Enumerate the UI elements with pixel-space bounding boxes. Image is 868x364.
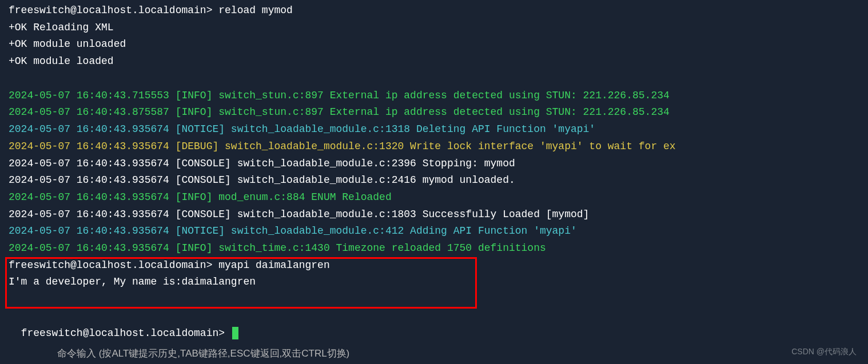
terminal-line-notice: 2024-05-07 16:40:43.935674 [NOTICE] swit…: [9, 121, 859, 138]
footer-hint: 命令输入 (按ALT键提示历史,TAB键路径,ESC键返回,双击CTRL切换): [46, 343, 868, 364]
terminal-line-console: 2024-05-07 16:40:43.935674 [CONSOLE] swi…: [9, 155, 859, 173]
terminal-line-output: +OK module unloaded: [9, 36, 859, 53]
watermark-text: CSDN @代码浪人: [791, 345, 857, 358]
prompt-text: freeswitch@localhost.localdomain>: [21, 327, 231, 339]
terminal-line-info: 2024-05-07 16:40:43.875587 [INFO] switch…: [9, 104, 859, 121]
current-prompt-line[interactable]: freeswitch@localhost.localdomain>: [9, 308, 859, 342]
terminal-line-output: I'm a developer, My name is:daimalangren: [9, 274, 859, 291]
terminal-line-console: 2024-05-07 16:40:43.935674 [CONSOLE] swi…: [9, 172, 859, 189]
terminal-line-debug: 2024-05-07 16:40:43.935674 [DEBUG] switc…: [9, 138, 859, 155]
terminal-line-notice: 2024-05-07 16:40:43.935674 [NOTICE] swit…: [9, 223, 859, 240]
terminal-line-output: +OK module loaded: [9, 53, 859, 70]
terminal-line-console: 2024-05-07 16:40:43.935674 [CONSOLE] swi…: [9, 206, 859, 223]
terminal-line-command: freeswitch@localhost.localdomain> myapi …: [9, 257, 859, 274]
cursor-icon: [232, 327, 238, 339]
terminal-line-info: 2024-05-07 16:40:43.935674 [INFO] mod_en…: [9, 189, 859, 206]
terminal-line-output: +OK Reloading XML: [9, 19, 859, 37]
blank-line: [9, 70, 859, 87]
terminal-line-info: 2024-05-07 16:40:43.715553 [INFO] switch…: [9, 87, 859, 105]
blank-line: [9, 291, 859, 308]
terminal-line-info: 2024-05-07 16:40:43.935674 [INFO] switch…: [9, 240, 859, 257]
terminal-line-command: freeswitch@localhost.localdomain> reload…: [9, 2, 859, 19]
